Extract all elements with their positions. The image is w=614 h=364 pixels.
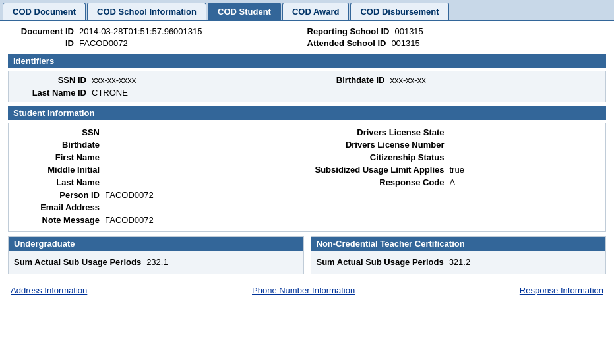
birthdate-id-row: Birthdate ID xxx-xx-xx: [307, 74, 606, 86]
birthdate-row: Birthdate: [14, 140, 302, 150]
tab-cod-student[interactable]: COD Student: [208, 3, 281, 20]
tab-cod-document[interactable]: COD Document: [3, 3, 86, 20]
reporting-school-id-label: Reporting School ID: [307, 26, 390, 36]
last-name-row: Last Name: [14, 177, 302, 187]
student-left-col: SSN Birthdate First Name Middle Initial …: [9, 126, 307, 229]
drivers-license-state-label: Drivers License State: [313, 127, 445, 137]
undergraduate-card: Undergraduate Sum Actual Sub Usage Perio…: [8, 236, 304, 274]
last-name-id-label: Last Name ID: [14, 88, 86, 98]
citizenship-status-row: Citizenship Status: [313, 152, 601, 162]
undergraduate-body: Sum Actual Sub Usage Periods 232.1: [9, 251, 303, 274]
middle-initial-label: Middle Initial: [14, 165, 100, 175]
response-information-link[interactable]: Response Information: [520, 286, 603, 295]
header-info: Document ID 2014-03-28T01:51:57.96001315…: [8, 26, 606, 50]
first-name-row: First Name: [14, 152, 302, 162]
undergrad-sum-label: Sum Actual Sub Usage Periods: [14, 257, 141, 267]
note-message-row: Note Message FACOD0072: [14, 215, 302, 225]
ssn-id-value: xxx-xx-xxxx: [92, 75, 136, 85]
phone-number-information-link[interactable]: Phone Number Information: [252, 286, 355, 295]
reporting-school-row: Reporting School ID 001315: [307, 26, 607, 36]
non-credential-sum-value: 321.2: [449, 257, 471, 267]
note-message-label: Note Message: [14, 215, 100, 225]
undergrad-sum-row: Sum Actual Sub Usage Periods 232.1: [14, 257, 298, 267]
main-content: Document ID 2014-03-28T01:51:57.96001315…: [0, 21, 614, 303]
address-information-link[interactable]: Address Information: [11, 286, 87, 295]
response-code-row: Response Code A: [313, 177, 601, 187]
ssn-row: SSN: [14, 127, 302, 137]
reporting-school-id-value: 001315: [394, 26, 423, 36]
student-right-col: Drivers License State Drivers License Nu…: [307, 126, 606, 229]
tab-cod-disbursement[interactable]: COD Disbursement: [350, 3, 448, 20]
ssn-id-label: SSN ID: [14, 75, 86, 85]
last-name-id-value: CTRONE: [92, 88, 128, 98]
response-code-value: A: [450, 177, 456, 187]
non-credential-sum-label: Sum Actual Sub Usage Periods: [317, 257, 444, 267]
identifiers-header: Identifiers: [8, 54, 606, 68]
student-info-grid: SSN Birthdate First Name Middle Initial …: [8, 123, 606, 232]
ssn-label: SSN: [14, 127, 100, 137]
birthdate-label: Birthdate: [14, 140, 100, 150]
last-name-id-row: Last Name ID CTRONE: [9, 86, 307, 99]
bottom-cards: Undergraduate Sum Actual Sub Usage Perio…: [8, 236, 606, 274]
undergraduate-header: Undergraduate: [9, 237, 303, 251]
tab-cod-school-information[interactable]: COD School Information: [87, 3, 206, 20]
identifiers-grid: SSN ID xxx-xx-xxxx Last Name ID CTRONE B…: [8, 71, 606, 102]
response-code-label: Response Code: [313, 177, 445, 187]
subsidized-usage-row: Subsidized Usage Limit Applies true: [313, 165, 601, 175]
id-row: ID FACOD0072: [8, 38, 307, 48]
person-id-row: Person ID FACOD0072: [14, 190, 302, 200]
tab-cod-award[interactable]: COD Award: [282, 3, 350, 20]
id-label: ID: [8, 38, 74, 48]
drivers-license-number-row: Drivers License Number: [313, 140, 601, 150]
student-info-header: Student Information: [8, 106, 606, 120]
undergrad-sum-value: 232.1: [146, 257, 168, 267]
document-id-row: Document ID 2014-03-28T01:51:57.96001315: [8, 26, 307, 36]
non-credential-header: Non-Credential Teacher Certification: [311, 237, 606, 251]
person-id-label: Person ID: [14, 190, 100, 200]
document-id-label: Document ID: [8, 26, 74, 36]
id-value: FACOD0072: [79, 38, 128, 48]
attended-school-row: Attended School ID 001315: [307, 38, 607, 48]
attended-school-id-label: Attended School ID: [307, 38, 386, 48]
tab-bar: COD Document COD School Information COD …: [0, 0, 614, 21]
ssn-id-row: SSN ID xxx-xx-xxxx: [9, 74, 307, 86]
middle-initial-row: Middle Initial: [14, 165, 302, 175]
birthdate-id-label: Birthdate ID: [313, 75, 385, 85]
note-message-value: FACOD0072: [105, 215, 154, 225]
citizenship-status-label: Citizenship Status: [313, 152, 445, 162]
subsidized-usage-value: true: [450, 165, 464, 175]
person-id-value: FACOD0072: [105, 190, 154, 200]
non-credential-card: Non-Credential Teacher Certification Sum…: [311, 236, 607, 274]
attended-school-id-value: 001315: [391, 38, 419, 48]
drivers-license-number-label: Drivers License Number: [313, 140, 445, 150]
email-address-row: Email Address: [14, 202, 302, 212]
first-name-label: First Name: [14, 152, 100, 162]
non-credential-sum-row: Sum Actual Sub Usage Periods 321.2: [317, 257, 601, 267]
document-id-value: 2014-03-28T01:51:57.96001315: [79, 26, 202, 36]
last-name-label: Last Name: [14, 177, 100, 187]
non-credential-body: Sum Actual Sub Usage Periods 321.2: [311, 251, 606, 274]
birthdate-id-value: xxx-xx-xx: [390, 75, 426, 85]
subsidized-usage-label: Subsidized Usage Limit Applies: [313, 165, 445, 175]
footer-links: Address Information Phone Number Informa…: [8, 280, 606, 298]
email-address-label: Email Address: [14, 202, 100, 212]
drivers-license-state-row: Drivers License State: [313, 127, 601, 137]
